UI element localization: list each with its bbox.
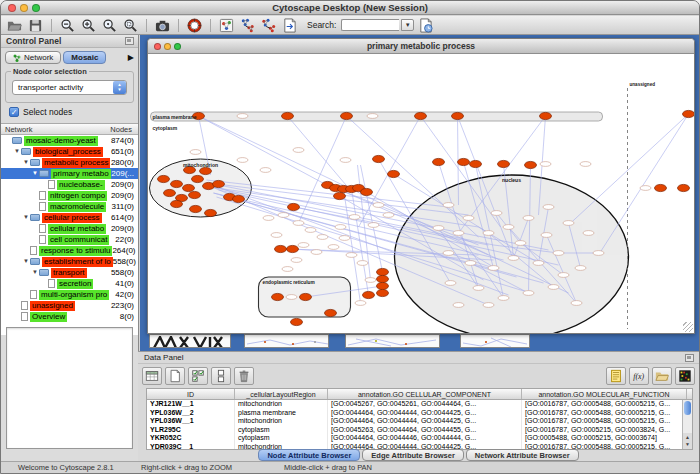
import-attributes-icon[interactable] — [652, 367, 672, 385]
select-attributes-icon[interactable] — [188, 367, 208, 385]
label-node[interactable] — [298, 243, 309, 248]
label-node[interactable] — [563, 221, 574, 226]
label-node[interactable] — [583, 231, 594, 236]
help-ring-icon[interactable] — [185, 17, 204, 34]
layout-icon[interactable] — [217, 17, 236, 34]
gene-node[interactable] — [361, 188, 373, 195]
label-node[interactable] — [373, 203, 384, 208]
gene-node[interactable] — [525, 161, 537, 168]
label-node[interactable] — [367, 114, 378, 119]
gene-node[interactable] — [683, 110, 695, 117]
label-node[interactable] — [335, 225, 346, 230]
gene-node[interactable] — [334, 192, 346, 199]
tree-row[interactable]: cell communicat22(0) — [1, 234, 138, 245]
table-row[interactable]: YPL036W__1mitochondrion[GO:0044464, GO:0… — [147, 417, 692, 426]
tree-row[interactable]: ▼metabolic process280(0) — [1, 157, 138, 168]
gene-node[interactable] — [272, 293, 284, 300]
gene-node[interactable] — [171, 180, 183, 187]
label-node[interactable] — [443, 203, 454, 208]
gene-node[interactable] — [363, 291, 375, 298]
gene-node[interactable] — [325, 309, 337, 316]
float-panel-icon[interactable] — [125, 37, 134, 45]
network-canvas[interactable]: plasma membranecytoplasmmitochondrionnuc… — [148, 55, 694, 333]
label-node[interactable] — [340, 158, 351, 163]
expander-icon[interactable]: ▼ — [23, 159, 30, 166]
minimized-window[interactable] — [460, 334, 530, 348]
label-node[interactable] — [523, 291, 534, 296]
zoom-fit-icon[interactable] — [100, 17, 119, 34]
search-dropdown-icon[interactable]: ▼ — [401, 19, 414, 31]
label-node[interactable] — [445, 281, 456, 286]
tab-overflow-arrow[interactable]: ▶ — [128, 53, 134, 62]
label-node[interactable] — [593, 251, 604, 256]
tree-row[interactable]: ▼biological_process651(0) — [1, 146, 138, 157]
label-node[interactable] — [286, 295, 297, 300]
frame-close-icon[interactable] — [154, 43, 161, 50]
label-node[interactable] — [548, 285, 559, 290]
gene-node[interactable] — [433, 158, 445, 165]
label-node[interactable] — [260, 168, 271, 173]
gene-node[interactable] — [190, 205, 202, 212]
import-network-icon[interactable] — [280, 17, 299, 34]
label-node[interactable] — [278, 213, 289, 218]
search-input[interactable] — [341, 19, 399, 31]
label-node[interactable] — [571, 301, 582, 306]
notes-icon[interactable] — [606, 367, 626, 385]
tree-row[interactable]: response to stimulu264(0) — [1, 245, 138, 256]
tree-row[interactable]: unassigned223(0) — [1, 300, 138, 311]
unselect-attributes-icon[interactable] — [211, 367, 231, 385]
session-save-icon[interactable] — [416, 17, 435, 34]
gene-node[interactable] — [377, 282, 389, 289]
label-node[interactable] — [443, 251, 454, 256]
delete-attribute-icon[interactable] — [234, 367, 254, 385]
label-node[interactable] — [575, 266, 586, 271]
resize-grip[interactable] — [683, 322, 693, 332]
tree-row[interactable]: macromolecule311(0) — [1, 201, 138, 212]
label-node[interactable] — [317, 235, 328, 240]
birds-eye-view[interactable] — [6, 327, 133, 449]
tree-row[interactable]: nitrogen compo209(0) — [1, 190, 138, 201]
gene-node[interactable] — [415, 112, 427, 119]
gene-node[interactable] — [377, 275, 389, 282]
select-nodes-checkbox[interactable]: ✓ — [9, 107, 19, 117]
zoom-window-icon[interactable] — [32, 4, 40, 12]
node-color-dropdown[interactable]: transporter activity ▲▼ — [12, 80, 127, 95]
open-icon[interactable] — [5, 17, 24, 34]
label-node[interactable] — [365, 278, 376, 283]
network-modify-a-icon[interactable] — [238, 17, 257, 34]
label-node[interactable] — [305, 228, 316, 233]
network-modify-b-icon[interactable] — [259, 17, 278, 34]
gene-node[interactable] — [300, 293, 312, 300]
gene-node[interactable] — [678, 184, 690, 191]
tree-row[interactable]: ▼establishment of lo558(0) — [1, 256, 138, 267]
label-node[interactable] — [483, 231, 494, 236]
gene-node[interactable] — [655, 184, 667, 191]
label-node[interactable] — [328, 245, 339, 250]
label-node[interactable] — [339, 236, 350, 241]
label-node[interactable] — [293, 221, 304, 226]
label-node[interactable] — [488, 266, 499, 271]
tab-node-attribute-browser[interactable]: Node Attribute Browser — [258, 449, 360, 461]
label-node[interactable] — [271, 233, 282, 238]
table-row[interactable]: YJR121W__1mitochondrion[GO:0045267, GO:0… — [147, 400, 692, 409]
gene-node[interactable] — [213, 180, 225, 187]
tree-row[interactable]: multi-organism pro42(0) — [1, 289, 138, 300]
save-icon[interactable] — [26, 17, 45, 34]
snapshot-icon[interactable] — [153, 17, 172, 34]
gene-node[interactable] — [377, 289, 389, 296]
expander-icon[interactable]: ▼ — [14, 148, 21, 155]
expander-icon[interactable]: ▼ — [23, 258, 30, 265]
label-node[interactable] — [368, 223, 379, 228]
table-row[interactable]: YLR295Ccytoplasm[GO:0045263, GO:0044464,… — [147, 426, 692, 435]
label-node[interactable] — [355, 301, 366, 306]
label-node[interactable] — [291, 258, 302, 263]
table-column-header[interactable]: _cellularLayoutRegion — [235, 389, 328, 399]
label-node[interactable] — [483, 303, 494, 308]
close-icon[interactable] — [8, 4, 16, 12]
label-node[interactable] — [558, 273, 569, 278]
label-node[interactable] — [357, 261, 368, 266]
gene-node[interactable] — [205, 209, 217, 216]
expander-icon[interactable]: ▼ — [23, 214, 30, 221]
gene-node[interactable] — [377, 268, 389, 275]
label-node[interactable] — [541, 233, 552, 238]
